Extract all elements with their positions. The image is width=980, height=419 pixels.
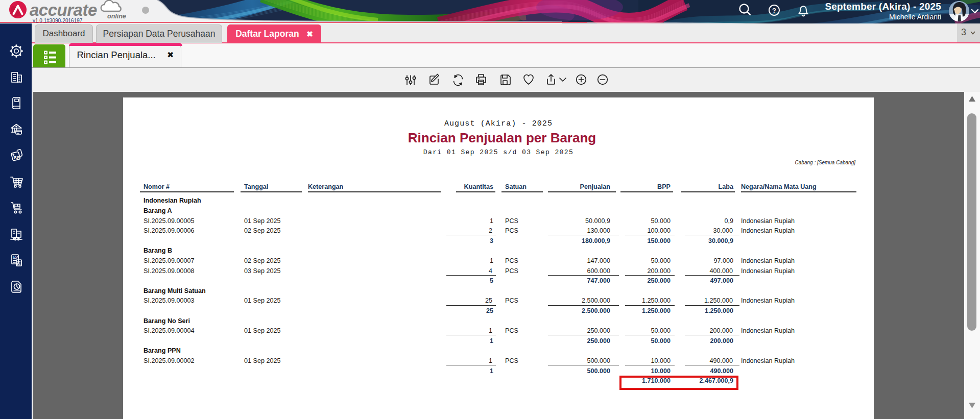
svg-text:?: ? <box>772 7 776 14</box>
svg-text:TAX: TAX <box>13 255 19 258</box>
svg-text:accurate: accurate <box>30 1 97 19</box>
svg-text:online: online <box>107 13 126 20</box>
svg-text:v1.0.1#3090-2016197: v1.0.1#3090-2016197 <box>33 18 83 23</box>
